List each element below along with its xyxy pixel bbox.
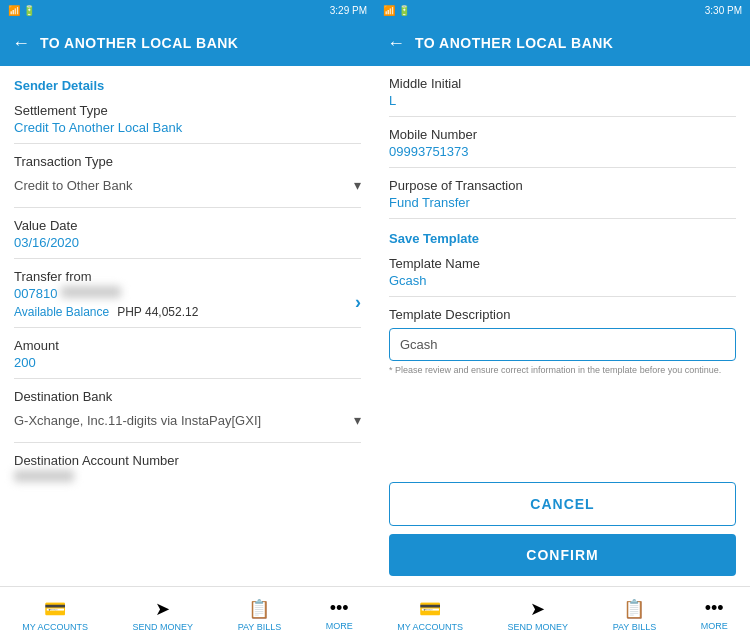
right-nav-send-money[interactable]: ➤ SEND MONEY — [508, 598, 569, 632]
right-divider-4 — [389, 296, 736, 297]
balance-row: Available Balance PHP 44,052.12 — [14, 305, 355, 319]
divider-2 — [14, 207, 361, 208]
send-money-label: SEND MONEY — [133, 622, 194, 632]
my-accounts-label: MY ACCOUNTS — [22, 622, 88, 632]
more-icon: ••• — [330, 598, 349, 619]
divider-6 — [14, 442, 361, 443]
transfer-chevron-icon[interactable]: › — [355, 292, 361, 313]
destination-bank-value: G-Xchange, Inc.11-digits via InstaPay[GX… — [14, 413, 261, 428]
destination-account-label: Destination Account Number — [14, 453, 361, 468]
destination-bank-label: Destination Bank — [14, 389, 361, 404]
right-nav-more[interactable]: ••• MORE — [701, 598, 728, 631]
right-pay-bills-icon: 📋 — [623, 598, 645, 620]
right-back-button[interactable]: ← — [387, 33, 405, 54]
left-header: ← TO ANOTHER LOCAL BANK — [0, 20, 375, 66]
save-template-label: Save Template — [389, 231, 736, 246]
amount-label: Amount — [14, 338, 361, 353]
divider-3 — [14, 258, 361, 259]
available-balance-label: Available Balance — [14, 305, 109, 319]
more-label: MORE — [326, 621, 353, 631]
right-nav-pay-bills[interactable]: 📋 PAY BILLS — [613, 598, 657, 632]
middle-initial-value: L — [389, 93, 736, 108]
transfer-account: 007810 — [14, 286, 355, 301]
right-time: 3:30 PM — [705, 5, 742, 16]
left-status-icons: 📶 🔋 — [8, 5, 35, 16]
left-bottom-nav: 💳 MY ACCOUNTS ➤ SEND MONEY 📋 PAY BILLS •… — [0, 586, 375, 640]
value-date-label: Value Date — [14, 218, 361, 233]
buttons-area: CANCEL CONFIRM — [375, 482, 750, 586]
purpose-label: Purpose of Transaction — [389, 178, 736, 193]
purpose-value: Fund Transfer — [389, 195, 736, 210]
confirm-button[interactable]: CONFIRM — [389, 534, 736, 576]
left-header-title: TO ANOTHER LOCAL BANK — [40, 35, 238, 51]
template-desc-label: Template Description — [389, 307, 736, 322]
send-money-icon: ➤ — [155, 598, 170, 620]
transfer-from-row: 007810 Available Balance PHP 44,052.12 › — [14, 286, 361, 319]
right-panel: 📶 🔋 3:30 PM ← TO ANOTHER LOCAL BANK Midd… — [375, 0, 750, 640]
available-balance-value: PHP 44,052.12 — [117, 305, 198, 319]
right-pay-bills-label: PAY BILLS — [613, 622, 657, 632]
right-divider-2 — [389, 167, 736, 168]
transaction-type-label: Transaction Type — [14, 154, 361, 169]
left-status-bar: 📶 🔋 3:29 PM — [0, 0, 375, 20]
right-nav-my-accounts[interactable]: 💳 MY ACCOUNTS — [397, 598, 463, 632]
right-send-money-icon: ➤ — [530, 598, 545, 620]
pay-bills-icon: 📋 — [248, 598, 270, 620]
transaction-type-arrow: ▾ — [354, 177, 361, 193]
right-status-bar: 📶 🔋 3:30 PM — [375, 0, 750, 20]
sender-details-label: Sender Details — [14, 78, 361, 93]
left-nav-my-accounts[interactable]: 💳 MY ACCOUNTS — [22, 598, 88, 632]
settlement-type-label: Settlement Type — [14, 103, 361, 118]
template-note: * Please review and ensure correct infor… — [389, 365, 736, 377]
template-name-label: Template Name — [389, 256, 736, 271]
account-blurred — [61, 286, 121, 298]
settlement-type-value: Credit To Another Local Bank — [14, 120, 361, 135]
amount-value: 200 — [14, 355, 361, 370]
right-status-icons: 📶 🔋 — [383, 5, 410, 16]
right-bottom-nav: 💳 MY ACCOUNTS ➤ SEND MONEY 📋 PAY BILLS •… — [375, 586, 750, 640]
destination-bank-arrow: ▾ — [354, 412, 361, 428]
right-my-accounts-icon: 💳 — [419, 598, 441, 620]
right-my-accounts-label: MY ACCOUNTS — [397, 622, 463, 632]
mobile-number-label: Mobile Number — [389, 127, 736, 142]
right-more-icon: ••• — [705, 598, 724, 619]
cancel-button[interactable]: CANCEL — [389, 482, 736, 526]
transfer-from-label: Transfer from — [14, 269, 361, 284]
destination-account-value — [14, 470, 361, 485]
left-nav-more[interactable]: ••• MORE — [326, 598, 353, 631]
transaction-type-dropdown[interactable]: Credit to Other Bank ▾ — [14, 171, 361, 199]
left-panel: 📶 🔋 3:29 PM ← TO ANOTHER LOCAL BANK Send… — [0, 0, 375, 640]
right-header: ← TO ANOTHER LOCAL BANK — [375, 20, 750, 66]
middle-initial-label: Middle Initial — [389, 76, 736, 91]
divider-1 — [14, 143, 361, 144]
right-divider-1 — [389, 116, 736, 117]
value-date-value: 03/16/2020 — [14, 235, 361, 250]
right-more-label: MORE — [701, 621, 728, 631]
pay-bills-label: PAY BILLS — [238, 622, 282, 632]
right-divider-3 — [389, 218, 736, 219]
right-content: Middle Initial L Mobile Number 099937513… — [375, 66, 750, 482]
my-accounts-icon: 💳 — [44, 598, 66, 620]
left-nav-send-money[interactable]: ➤ SEND MONEY — [133, 598, 194, 632]
right-send-money-label: SEND MONEY — [508, 622, 569, 632]
destination-bank-dropdown[interactable]: G-Xchange, Inc.11-digits via InstaPay[GX… — [14, 406, 361, 434]
left-nav-pay-bills[interactable]: 📋 PAY BILLS — [238, 598, 282, 632]
mobile-number-value: 09993751373 — [389, 144, 736, 159]
divider-5 — [14, 378, 361, 379]
left-back-button[interactable]: ← — [12, 33, 30, 54]
left-time: 3:29 PM — [330, 5, 367, 16]
transfer-info: 007810 Available Balance PHP 44,052.12 — [14, 286, 355, 319]
right-header-title: TO ANOTHER LOCAL BANK — [415, 35, 613, 51]
template-name-value: Gcash — [389, 273, 736, 288]
divider-4 — [14, 327, 361, 328]
template-description-input[interactable] — [389, 328, 736, 361]
left-content: Sender Details Settlement Type Credit To… — [0, 66, 375, 586]
transaction-type-value: Credit to Other Bank — [14, 178, 133, 193]
